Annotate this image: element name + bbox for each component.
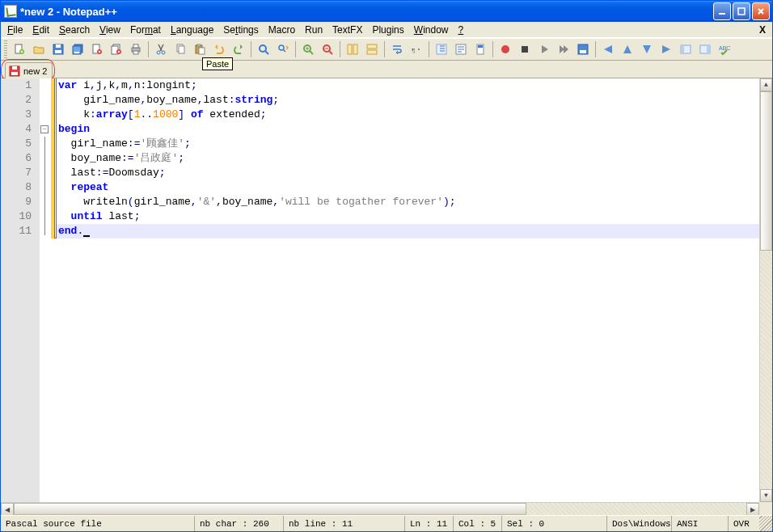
code-line[interactable]: k:array[1..1000] of extended; xyxy=(57,108,759,122)
tab-new-2[interactable]: new 2 xyxy=(5,62,53,78)
paste-tooltip: Paste xyxy=(202,57,233,70)
find-icon[interactable] xyxy=(255,40,272,58)
svg-point-39 xyxy=(501,45,509,53)
code-line[interactable]: end. xyxy=(57,224,759,239)
stop-macro-icon[interactable] xyxy=(516,40,534,58)
code-line[interactable]: boy_name:='吕政庭'; xyxy=(57,151,759,166)
menu-edit[interactable]: Edit xyxy=(27,23,54,37)
cut-icon[interactable] xyxy=(152,40,170,58)
print-icon[interactable] xyxy=(127,40,145,58)
close-file-icon[interactable] xyxy=(88,40,106,58)
tri-up-icon[interactable] xyxy=(619,40,636,58)
tri-right-icon[interactable] xyxy=(657,40,675,58)
fold-toggle[interactable]: − xyxy=(40,125,49,133)
zoom-out-icon[interactable] xyxy=(319,40,336,58)
maximize-button[interactable] xyxy=(733,2,750,20)
replace-icon[interactable] xyxy=(274,40,292,58)
line-number: 2 xyxy=(1,93,32,108)
titlebar[interactable]: *new 2 - Notepad++ xyxy=(1,1,772,22)
menu-macro[interactable]: Macro xyxy=(264,23,300,37)
save-macro-icon[interactable] xyxy=(574,40,592,58)
code-line[interactable]: writeln(girl_name,'&',boy_name,'will be … xyxy=(57,195,759,209)
sync-h-icon[interactable] xyxy=(363,40,381,58)
menu-help[interactable]: ? xyxy=(453,23,468,37)
horizontal-scroll-thumb[interactable] xyxy=(14,503,526,515)
close-button[interactable] xyxy=(752,2,770,20)
play-multi-icon[interactable] xyxy=(555,40,572,58)
code-line[interactable]: until last; xyxy=(57,209,759,224)
vertical-scroll-thumb[interactable] xyxy=(760,91,772,251)
svg-rect-31 xyxy=(367,44,377,49)
menu-file[interactable]: File xyxy=(2,23,27,37)
indent-guide-icon[interactable] xyxy=(433,40,450,58)
scroll-right-button[interactable]: ▶ xyxy=(746,503,759,515)
paste-icon[interactable] xyxy=(191,40,209,58)
vertical-scrollbar[interactable]: ▲ ▼ xyxy=(759,78,772,502)
menu-plugins[interactable]: Plugins xyxy=(367,23,408,37)
doc-map-icon[interactable] xyxy=(471,40,489,58)
svg-point-34 xyxy=(418,49,420,50)
close-all-icon[interactable] xyxy=(108,40,125,58)
save-all-icon[interactable] xyxy=(69,40,87,58)
line-number: 3 xyxy=(1,108,32,122)
code-line[interactable]: begin xyxy=(57,122,759,137)
line-number: 7 xyxy=(1,166,32,180)
redo-icon[interactable] xyxy=(230,40,247,58)
editor[interactable]: 1234567891011 − var i,j,k,m,n:longint; g… xyxy=(1,78,772,502)
wrap-icon[interactable] xyxy=(388,40,406,58)
toolbar-grip xyxy=(4,40,7,58)
text-cursor xyxy=(83,235,90,237)
menu-view[interactable]: View xyxy=(95,23,125,37)
user-lang-icon[interactable] xyxy=(452,40,470,58)
zoom-in-icon[interactable] xyxy=(299,40,317,58)
line-number: 11 xyxy=(1,224,32,239)
code-line[interactable]: last:=Doomsday; xyxy=(57,166,759,180)
menu-window[interactable]: Window xyxy=(409,23,454,37)
minimize-button[interactable] xyxy=(713,2,731,20)
sync-v-icon[interactable] xyxy=(344,40,361,58)
svg-rect-16 xyxy=(133,44,138,48)
code-line[interactable]: girl_name,boy_name,last:string; xyxy=(57,93,759,108)
menu-textfx[interactable]: TextFX xyxy=(327,23,367,37)
line-number: 10 xyxy=(1,209,32,224)
copy-icon[interactable] xyxy=(171,40,189,58)
line-number: 8 xyxy=(1,180,32,195)
code-area[interactable]: var i,j,k,m,n:longint; girl_name,boy_nam… xyxy=(57,78,759,502)
tri-down-icon[interactable] xyxy=(638,40,656,58)
play-macro-icon[interactable] xyxy=(535,40,553,58)
spellcheck-icon[interactable]: ABC xyxy=(716,40,733,58)
code-line[interactable]: repeat xyxy=(57,180,759,195)
menu-settings[interactable]: Settings xyxy=(218,23,263,37)
code-line[interactable]: girl_name:='顾鑫佳'; xyxy=(57,137,759,151)
menu-search[interactable]: Search xyxy=(54,23,95,37)
status-sel: Sel : 0 xyxy=(502,516,607,531)
line-number-gutter: 1234567891011 xyxy=(1,78,40,502)
scroll-down-button[interactable]: ▼ xyxy=(760,489,772,502)
svg-rect-29 xyxy=(348,44,352,54)
menu-language[interactable]: Language xyxy=(166,23,218,37)
menu-close-x[interactable]: X xyxy=(754,23,771,37)
svg-rect-32 xyxy=(367,50,377,54)
status-col: Col : 5 xyxy=(454,516,502,531)
resize-grip[interactable] xyxy=(759,516,772,531)
fold-column[interactable]: − xyxy=(40,78,51,502)
scroll-up-button[interactable]: ▲ xyxy=(760,78,772,91)
line-number: 9 xyxy=(1,195,32,209)
horizontal-scrollbar[interactable]: ◀ ▶ xyxy=(1,502,759,515)
record-macro-icon[interactable] xyxy=(496,40,514,58)
status-nbchar: nb char : 260 xyxy=(195,516,284,531)
scroll-left-button[interactable]: ◀ xyxy=(1,503,14,515)
panel-b-icon[interactable] xyxy=(696,40,714,58)
menu-run[interactable]: Run xyxy=(300,23,327,37)
code-line[interactable]: var i,j,k,m,n:longint; xyxy=(57,78,759,93)
svg-rect-46 xyxy=(707,45,710,53)
panel-a-icon[interactable] xyxy=(677,40,695,58)
tri-left-icon[interactable] xyxy=(599,40,617,58)
all-chars-icon[interactable]: ¶ xyxy=(408,40,425,58)
open-file-icon[interactable] xyxy=(30,40,48,58)
menu-format[interactable]: Format xyxy=(125,23,166,37)
save-icon[interactable] xyxy=(49,40,67,58)
scroll-corner xyxy=(759,502,772,515)
undo-icon[interactable] xyxy=(210,40,228,58)
new-file-icon[interactable] xyxy=(11,40,28,58)
